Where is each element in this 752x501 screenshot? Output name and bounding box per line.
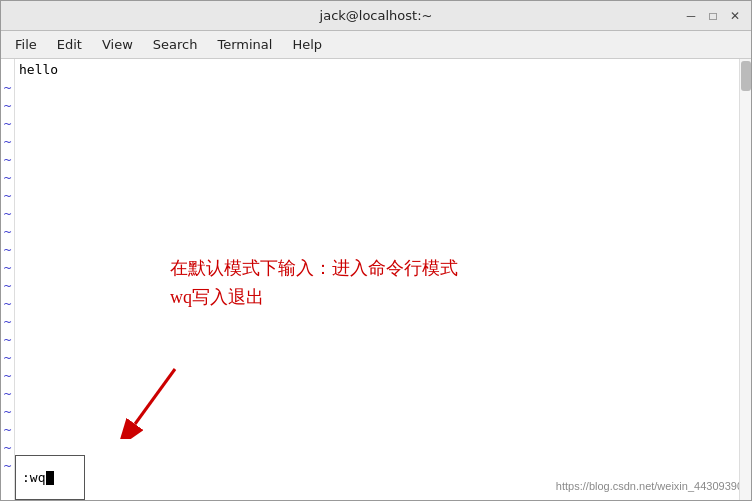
line-gutter: ~ ~ ~ ~ ~ ~ ~ ~ ~ ~ ~ ~ ~ ~ ~ ~ ~ ~ ~ ~ … xyxy=(1,59,15,500)
close-button[interactable]: ✕ xyxy=(727,8,743,24)
title-bar: jack@localhost:~ ─ □ ✕ xyxy=(1,1,751,31)
gutter-mark: ~ xyxy=(1,277,14,295)
arrow-indicator xyxy=(115,359,195,442)
scrollbar[interactable] xyxy=(739,59,751,500)
gutter-mark: ~ xyxy=(1,439,14,457)
gutter-mark: ~ xyxy=(1,331,14,349)
scrollbar-thumb[interactable] xyxy=(741,61,751,91)
gutter-mark: ~ xyxy=(1,79,14,97)
editor-area[interactable]: hello 在默认模式下输入：进入命令行模式 wq写入退出 xyxy=(15,59,751,500)
first-line: hello xyxy=(19,61,747,79)
svg-line-1 xyxy=(135,369,175,424)
menu-edit[interactable]: Edit xyxy=(47,33,92,56)
annotation-line1: 在默认模式下输入：进入命令行模式 xyxy=(170,254,458,283)
minimize-button[interactable]: ─ xyxy=(683,8,699,24)
menu-view[interactable]: View xyxy=(92,33,143,56)
editor-content: hello xyxy=(15,59,751,81)
command-text: :wq xyxy=(22,470,45,485)
command-input-box[interactable]: :wq xyxy=(15,455,85,500)
menu-search[interactable]: Search xyxy=(143,33,208,56)
gutter-mark: ~ xyxy=(1,295,14,313)
menu-help[interactable]: Help xyxy=(282,33,332,56)
gutter-mark: ~ xyxy=(1,169,14,187)
gutter-mark: ~ xyxy=(1,223,14,241)
gutter-mark: ~ xyxy=(1,421,14,439)
gutter-mark: ~ xyxy=(1,259,14,277)
gutter-mark: ~ xyxy=(1,151,14,169)
gutter-mark: ~ xyxy=(1,349,14,367)
menu-file[interactable]: File xyxy=(5,33,47,56)
gutter-mark xyxy=(1,61,14,79)
maximize-button[interactable]: □ xyxy=(705,8,721,24)
window-controls: ─ □ ✕ xyxy=(683,8,743,24)
gutter-mark: ~ xyxy=(1,133,14,151)
cursor-block xyxy=(46,471,54,485)
terminal-window: jack@localhost:~ ─ □ ✕ File Edit View Se… xyxy=(0,0,752,501)
menu-terminal[interactable]: Terminal xyxy=(207,33,282,56)
menubar: File Edit View Search Terminal Help xyxy=(1,31,751,59)
gutter-mark: ~ xyxy=(1,403,14,421)
gutter-mark: ~ xyxy=(1,457,14,475)
gutter-mark: ~ xyxy=(1,205,14,223)
gutter-mark: ~ xyxy=(1,115,14,133)
gutter-mark: ~ xyxy=(1,241,14,259)
annotation-line2: wq写入退出 xyxy=(170,283,458,312)
annotation-text: 在默认模式下输入：进入命令行模式 wq写入退出 xyxy=(170,254,458,312)
gutter-mark: ~ xyxy=(1,313,14,331)
window-title: jack@localhost:~ xyxy=(69,8,683,23)
gutter-mark: ~ xyxy=(1,187,14,205)
gutter-mark: ~ xyxy=(1,97,14,115)
watermark: https://blog.csdn.net/weixin_44309390 xyxy=(556,480,743,492)
gutter-mark: ~ xyxy=(1,367,14,385)
terminal-body: ~ ~ ~ ~ ~ ~ ~ ~ ~ ~ ~ ~ ~ ~ ~ ~ ~ ~ ~ ~ … xyxy=(1,59,751,500)
gutter-mark: ~ xyxy=(1,385,14,403)
